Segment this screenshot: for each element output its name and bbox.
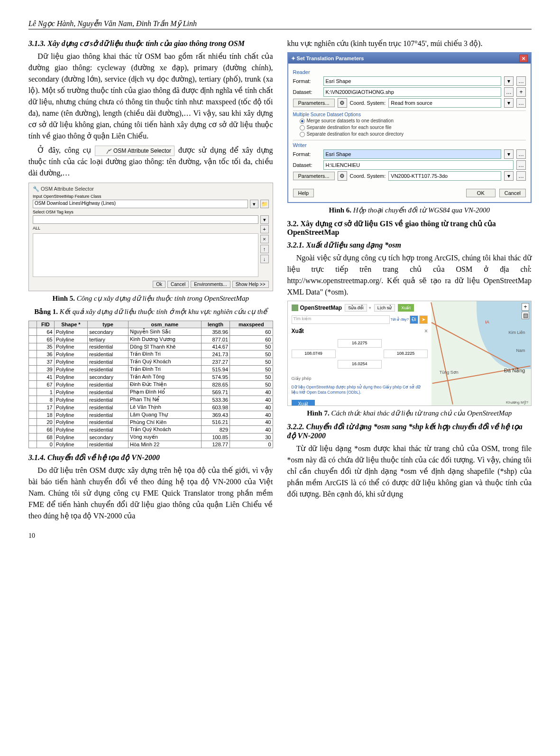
table-cell: residential <box>88 441 129 448</box>
osm-logo: OpenStreetMap Sửa đổi ▾ Lịch sử Xuất <box>292 304 428 312</box>
table-cell: secondary <box>88 328 129 336</box>
tab-history[interactable]: Lịch sử <box>374 304 395 312</box>
table-cell: 0 <box>37 441 55 448</box>
table-cell: 68 <box>37 433 55 441</box>
ok-button[interactable]: Ok <box>153 281 165 288</box>
radio-option[interactable]: Separate destination for each source fil… <box>300 125 526 130</box>
reader-format-input[interactable]: Esri Shape <box>323 76 502 86</box>
close-icon[interactable]: ✕ <box>519 55 528 62</box>
browse-icon[interactable]: … <box>516 76 526 86</box>
table-row[interactable]: 67PolylineresidentialĐinh Đức Thiện828.6… <box>29 381 273 388</box>
figure-7-osm: OpenStreetMap Sửa đổi ▾ Lịch sử Xuất Tìm… <box>287 301 532 406</box>
ok-button[interactable]: OK <box>466 189 496 197</box>
figure-7-caption: Hình 7. Cách thức khai thác dữ liệu từ t… <box>287 409 532 417</box>
table-row[interactable]: 65PolylinetertiaryKinh Dương Vương877.01… <box>29 336 273 343</box>
tag-list[interactable] <box>33 233 258 277</box>
writer-format-input[interactable]: Esri Shape <box>323 149 502 159</box>
zoom-in-icon[interactable]: + <box>522 303 529 311</box>
label: Multiple Source Dataset Options <box>293 112 526 117</box>
author-header: Lê Ngọc Hành, Nguyễn Văn Nam, Đinh Trần … <box>28 19 532 29</box>
help-button[interactable]: Help <box>293 189 314 197</box>
table-cell: 60 <box>230 328 273 336</box>
figure-5-caption: Hình 5. Công cụ xây dựng dữ liệu thuộc t… <box>28 294 273 303</box>
reader-dataset-input[interactable]: K:\VN2000\GIAOTHONG.shp <box>323 87 502 97</box>
paragraph: Dữ liệu giao thông khai thác từ OSM bao … <box>28 51 273 142</box>
table-cell: residential <box>88 411 129 419</box>
heading-3-1-3: 3.1.3. Xây dựng cơ sở dữ liệu thuộc tính… <box>28 39 273 48</box>
writer-coord-input[interactable]: VN2000-KTT107.75-3do <box>388 171 501 181</box>
map-canvas[interactable]: IA Kim Liên Nam Tùng Sơn Đà Nẵng Khương … <box>431 301 531 406</box>
table-cell: 66 <box>37 426 55 433</box>
table-row[interactable]: 36PolylineresidentialTrần Đình Tri241.73… <box>29 350 273 358</box>
browse-icon[interactable]: … <box>504 87 514 97</box>
tab-edit[interactable]: Sửa đổi <box>345 304 367 312</box>
table-row[interactable]: 66PolylineresidentialTrần Quý Khoách8294… <box>29 426 273 433</box>
remove-icon[interactable]: × <box>260 235 269 243</box>
table-row[interactable]: 41PolylinesecondaryTrần Anh Tông574.9550 <box>29 373 273 381</box>
osm-attribute-selector-tool: OSM Attribute Selector <box>95 146 174 156</box>
table-row[interactable]: 8PolylineresidentialPhan Thị Nể533.3640 <box>29 396 273 404</box>
dropdown-icon[interactable]: ▾ <box>250 200 258 208</box>
cancel-button[interactable]: Cancel <box>167 281 189 288</box>
table-cell: Polyline <box>54 388 87 396</box>
table-row[interactable]: 1PolylineresidentialPhạm Đình Hổ569.7140 <box>29 388 273 396</box>
table-cell: 20 <box>37 419 55 426</box>
table-cell: 1 <box>37 388 55 396</box>
table-cell: Hòa Minh 22 <box>128 441 201 448</box>
tag-input[interactable] <box>33 215 258 224</box>
dropdown-icon[interactable]: ▾ <box>504 171 514 181</box>
parameters-button[interactable]: Parameters... <box>293 172 335 180</box>
bbox-east[interactable]: 108.2225 <box>384 350 428 358</box>
browse-icon[interactable]: … <box>516 160 526 170</box>
table-cell: residential <box>88 388 129 396</box>
go-button[interactable]: Đi <box>410 315 418 324</box>
table-cell: 603.98 <box>201 404 230 411</box>
reader-coord-input[interactable]: Read from source <box>388 98 501 108</box>
browse-icon[interactable]: 📁 <box>260 200 269 208</box>
table-row[interactable]: 0PolylineresidentialHòa Minh 22128.770 <box>29 441 273 448</box>
parameters-button[interactable]: Parameters... <box>293 99 335 107</box>
settings-icon[interactable]: ⚙ <box>338 171 347 181</box>
bbox-north[interactable]: 16.2275 <box>338 339 382 348</box>
table-row[interactable]: 37PolylineresidentialTrần Quý Khoách237.… <box>29 358 273 366</box>
table-row[interactable]: 35PolylineresidentialDũng Sĩ Thanh Khê41… <box>29 343 273 350</box>
table-row[interactable]: 39PolylineresidentialTrần Đình Tri515.94… <box>29 366 273 373</box>
cancel-button[interactable]: Cancel <box>499 189 526 197</box>
tab-export[interactable]: Xuất <box>398 304 414 312</box>
down-icon[interactable]: ↓ <box>260 255 269 263</box>
browse-icon[interactable]: … <box>516 149 526 159</box>
table-cell: 39 <box>37 366 55 373</box>
bbox-south[interactable]: 16.0254 <box>338 360 382 369</box>
dropdown-icon[interactable]: ▾ <box>260 215 269 224</box>
table-row[interactable]: 17PolylineresidentialLê Văn Thịnh603.984… <box>29 404 273 411</box>
dropdown-icon[interactable]: ▾ <box>504 98 514 108</box>
close-icon[interactable]: × <box>424 328 428 334</box>
table-row[interactable]: 68PolylinesecondaryVòng xuyến100.8530 <box>29 433 273 441</box>
export-button[interactable]: Xuất <box>292 400 315 406</box>
add-icon[interactable]: + <box>260 225 269 233</box>
radio-option[interactable]: Merge source datasets to one destination <box>300 118 526 124</box>
dropdown-icon[interactable]: ▾ <box>504 76 514 86</box>
table-row[interactable]: 18PolylineresidentialLâm Quang Thự369.43… <box>29 411 273 419</box>
layers-icon[interactable]: ▤ <box>522 312 529 319</box>
locate-icon[interactable]: ➤ <box>419 315 428 324</box>
table-cell: 67 <box>37 381 55 388</box>
bbox-west[interactable]: 108.0749 <box>292 350 336 358</box>
browse-icon[interactable]: … <box>516 98 526 108</box>
where-link[interactable]: Tới ở đây? <box>391 317 409 322</box>
feature-class-input[interactable]: OSM Download Lines\Highway (Lines) <box>33 200 248 208</box>
table-row[interactable]: 64PolylinesecondaryNguyễn Sinh Sắc358.96… <box>29 328 273 336</box>
environments-button[interactable]: Environments... <box>191 281 230 288</box>
table-row[interactable]: 20PolylineresidentialPhùng Chí Kiên516.2… <box>29 419 273 426</box>
add-icon[interactable]: + <box>516 87 526 97</box>
table-cell: 50 <box>230 358 273 366</box>
table-cell: Polyline <box>54 343 87 350</box>
radio-option[interactable]: Separate destination for each source dir… <box>300 131 526 137</box>
settings-icon[interactable]: ⚙ <box>338 98 347 108</box>
show-help-button[interactable]: Show Help >> <box>232 281 269 288</box>
search-input[interactable]: Tìm kiếm <box>292 315 390 324</box>
browse-icon[interactable]: … <box>516 171 526 181</box>
writer-dataset-input[interactable]: H:\LIENCHIEU <box>323 160 514 170</box>
dropdown-icon[interactable]: ▾ <box>504 149 514 159</box>
up-icon[interactable]: ↑ <box>260 245 269 253</box>
